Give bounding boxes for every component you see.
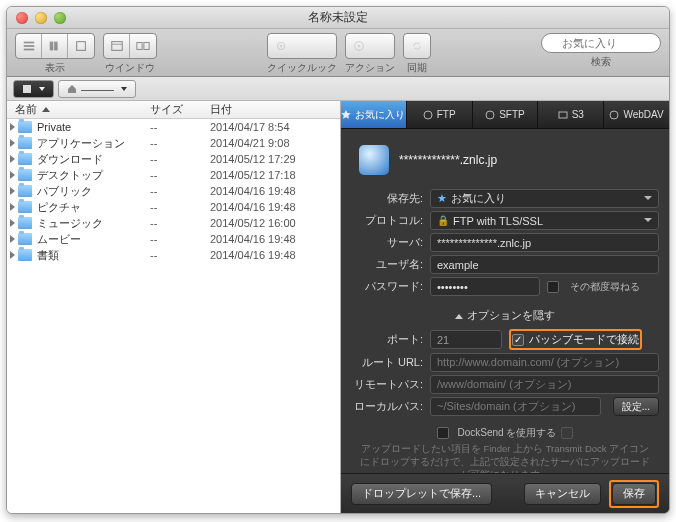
root-url-input[interactable]: http://www.domain.com/ (オプション) [430, 353, 659, 372]
ask-each-time-label: その都度尋ねる [570, 280, 640, 294]
save-button[interactable]: 保存 [612, 483, 656, 505]
save-droplet-button[interactable]: ドロップレットで保存... [351, 483, 492, 505]
action-button[interactable] [345, 33, 395, 59]
sync-button[interactable] [403, 33, 431, 59]
svg-rect-5 [77, 42, 86, 51]
svg-point-11 [280, 45, 283, 48]
file-size: -- [150, 169, 210, 181]
protocol-tabbar: お気に入り FTP SFTP S3 WebDAV [341, 101, 669, 129]
options-toggle[interactable]: オプションを隠す [351, 308, 659, 323]
file-name: アプリケーション [37, 136, 150, 151]
cancel-button[interactable]: キャンセル [524, 483, 601, 505]
protocol-label: プロトコル: [351, 213, 423, 228]
tab-sftp[interactable]: SFTP [473, 101, 539, 128]
file-date: 2014/04/17 8:54 [210, 121, 340, 133]
protocol-select[interactable]: 🔒FTP with TLS/SSL [430, 211, 659, 230]
ask-each-time-checkbox[interactable] [547, 281, 559, 293]
docksend-checkbox[interactable] [437, 427, 449, 439]
pathbar: ——— [7, 77, 669, 101]
disclosure-icon [10, 251, 15, 259]
history-button[interactable] [13, 80, 54, 98]
file-date: 2014/04/16 19:48 [210, 185, 340, 197]
folder-icon [18, 217, 32, 229]
disclosure-icon [10, 171, 15, 179]
svg-point-13 [358, 45, 361, 48]
table-row[interactable]: ムービー--2014/04/16 19:48 [7, 231, 340, 247]
save-to-label: 保存先: [351, 191, 423, 206]
folder-icon [18, 185, 32, 197]
file-date: 2014/05/12 17:29 [210, 153, 340, 165]
window-segment[interactable] [103, 33, 157, 59]
port-input[interactable]: 21 [430, 330, 502, 349]
docksend-icon [561, 427, 573, 439]
file-size: -- [150, 201, 210, 213]
search-input[interactable] [541, 33, 661, 53]
col-date[interactable]: 日付 [210, 102, 340, 117]
settings-button[interactable]: 設定... [613, 397, 659, 416]
col-size[interactable]: サイズ [150, 102, 210, 117]
table-row[interactable]: デスクトップ--2014/05/12 17:18 [7, 167, 340, 183]
titlebar: 名称未設定 [7, 7, 669, 29]
passive-mode-checkbox[interactable]: パッシブモードで接続 [512, 332, 639, 347]
disclosure-icon [10, 139, 15, 147]
sort-indicator-icon [42, 107, 50, 112]
local-path-label: ローカルパス: [351, 399, 423, 414]
svg-rect-2 [23, 49, 34, 51]
quicklook-button[interactable] [267, 33, 337, 59]
folder-icon [18, 233, 32, 245]
disclosure-icon [10, 235, 15, 243]
toolbar: 表示 ウインドウ クイックルック アクション 同期 [7, 29, 669, 77]
local-path-input[interactable]: ~/Sites/domain (オプション) [430, 397, 601, 416]
tab-ftp[interactable]: FTP [407, 101, 473, 128]
table-row[interactable]: ダウンロード--2014/05/12 17:29 [7, 151, 340, 167]
table-row[interactable]: 書類--2014/04/16 19:48 [7, 247, 340, 263]
view-segment[interactable] [15, 33, 95, 59]
view-label: 表示 [15, 61, 95, 75]
tab-favorites[interactable]: お気に入り [341, 101, 407, 128]
svg-rect-4 [54, 42, 58, 51]
file-size: -- [150, 217, 210, 229]
port-label: ポート: [351, 332, 423, 347]
table-row[interactable]: アプリケーション--2014/04/21 9:08 [7, 135, 340, 151]
column-header[interactable]: 名前 サイズ 日付 [7, 101, 340, 119]
file-date: 2014/04/16 19:48 [210, 201, 340, 213]
folder-icon [18, 137, 32, 149]
home-icon [67, 84, 77, 94]
server-input[interactable]: **************.znlc.jp [430, 233, 659, 252]
file-name: 書類 [37, 248, 150, 263]
svg-rect-0 [23, 42, 34, 44]
caret-up-icon [455, 314, 463, 319]
file-name: ムービー [37, 232, 150, 247]
tab-s3[interactable]: S3 [538, 101, 604, 128]
svg-point-18 [486, 111, 494, 119]
file-date: 2014/04/21 9:08 [210, 137, 340, 149]
remote-path-input[interactable]: /www/domain/ (オプション) [430, 375, 659, 394]
folder-icon [18, 153, 32, 165]
path-current[interactable]: ——— [58, 80, 136, 98]
file-size: -- [150, 233, 210, 245]
hostname: *************.znlc.jp [399, 153, 497, 167]
file-name: ピクチャ [37, 200, 150, 215]
user-input[interactable]: example [430, 255, 659, 274]
footer: ドロップレットで保存... キャンセル 保存 [341, 473, 669, 513]
col-name[interactable]: 名前 [15, 102, 37, 117]
table-row[interactable]: ミュージック--2014/05/12 16:00 [7, 215, 340, 231]
file-size: -- [150, 137, 210, 149]
folder-icon [18, 249, 32, 261]
file-size: -- [150, 153, 210, 165]
table-row[interactable]: ピクチャ--2014/04/16 19:48 [7, 199, 340, 215]
table-row[interactable]: パブリック--2014/04/16 19:48 [7, 183, 340, 199]
search-label: 検索 [541, 55, 661, 69]
file-date: 2014/05/12 16:00 [210, 217, 340, 229]
folder-icon [18, 121, 32, 133]
table-row[interactable]: Private--2014/04/17 8:54 [7, 119, 340, 135]
file-name: ミュージック [37, 216, 150, 231]
save-to-select[interactable]: ★お気に入り [430, 189, 659, 208]
svg-rect-1 [23, 45, 34, 47]
password-input[interactable]: •••••••• [430, 277, 540, 296]
docksend-hint: アップロードしたい項目を Finder 上から Transmit Dock アイ… [351, 443, 659, 473]
tab-webdav[interactable]: WebDAV [604, 101, 669, 128]
disclosure-icon [10, 187, 15, 195]
window-title: 名称未設定 [7, 9, 669, 26]
sync-label: 同期 [403, 61, 431, 75]
